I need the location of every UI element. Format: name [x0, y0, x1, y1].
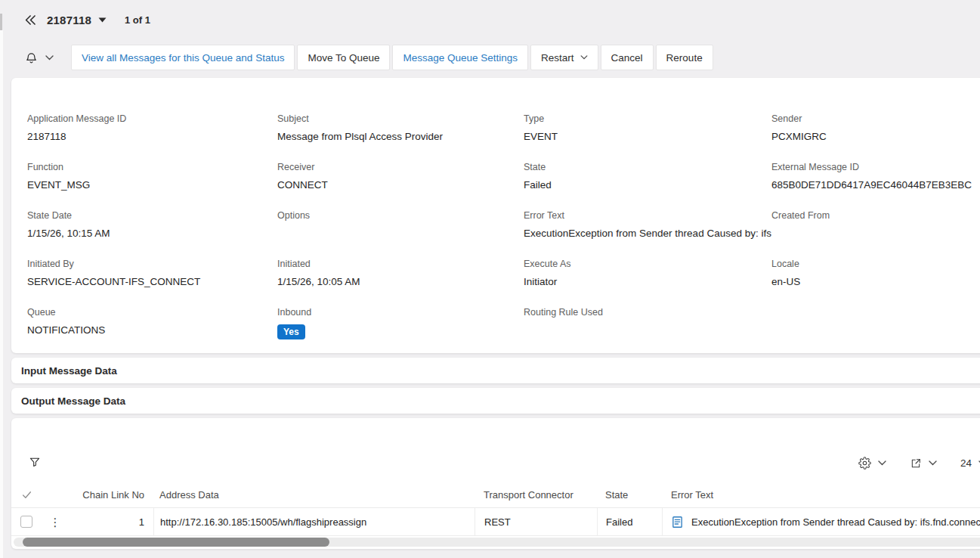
notification-bell-icon[interactable]	[25, 51, 38, 65]
horizontal-scrollbar[interactable]	[14, 538, 980, 547]
cell-state: Failed	[597, 508, 662, 535]
table-header-row: Chain Link No Address Data Transport Con…	[11, 482, 980, 508]
field-sender: Sender PCXMIGRC	[771, 113, 978, 145]
table-row[interactable]: ⋮ 1 http://172.16.30.185:15005/wh/flagsh…	[11, 508, 980, 536]
field-inbound: Inbound Yes	[277, 307, 524, 339]
column-header-address-data[interactable]: Address Data	[153, 489, 475, 501]
message-detail-card: Application Message ID 2187118 Subject M…	[11, 78, 980, 353]
table-settings-gear-icon[interactable]	[858, 457, 871, 470]
field-external-message-id: External Message ID 685B0DE71DD6417A9EC4…	[771, 162, 978, 194]
cancel-button[interactable]: Cancel	[601, 45, 654, 70]
field-subject: Subject Message from Plsql Access Provid…	[277, 113, 524, 145]
field-created-from: Created From	[771, 210, 978, 242]
chain-links-table-card: 24 Chain Link No Address Data Transport …	[11, 418, 980, 549]
row-kebab-menu-icon[interactable]: ⋮	[50, 516, 61, 528]
field-error-text: Error Text ExecutionException from Sende…	[524, 210, 771, 242]
column-header-transport-connector[interactable]: Transport Connector	[475, 489, 597, 501]
filter-icon[interactable]	[29, 456, 41, 469]
row-checkbox[interactable]	[20, 516, 32, 528]
field-locale: Locale en-US	[771, 259, 978, 290]
view-all-messages-button[interactable]: View all Messages for this Queue and Sta…	[71, 45, 295, 70]
export-share-icon[interactable]	[910, 457, 922, 470]
field-execute-as: Execute As Initiator	[524, 259, 771, 290]
horizontal-scrollbar-thumb[interactable]	[23, 538, 329, 547]
select-all-checkmark-icon[interactable]	[22, 491, 32, 499]
field-empty	[771, 307, 978, 339]
field-receiver: Receiver CONNECT	[277, 162, 524, 194]
field-application-message-id: Application Message ID 2187118	[27, 113, 277, 145]
cell-error-text: ExecutionException from Sender thread Ca…	[662, 508, 980, 535]
section-output-message-data[interactable]: Output Message Data	[11, 388, 980, 414]
field-options: Options	[277, 210, 524, 242]
column-header-chain-link-no[interactable]: Chain Link No	[69, 489, 153, 501]
restart-button[interactable]: Restart	[530, 45, 598, 70]
command-toolbar: View all Messages for this Queue and Sta…	[0, 39, 980, 76]
field-routing-rule-used: Routing Rule Used	[524, 307, 771, 339]
inbound-yes-badge: Yes	[277, 324, 305, 339]
field-function: Function EVENT_MSG	[27, 162, 277, 194]
page-header: 2187118 1 of 1	[0, 0, 980, 39]
message-queue-settings-button[interactable]: Message Queue Settings	[392, 45, 528, 70]
cell-transport-connector: REST	[475, 508, 597, 535]
page-size-value[interactable]: 24	[960, 457, 972, 469]
cell-chain-link-no: 1	[69, 508, 153, 535]
column-header-state[interactable]: State	[597, 489, 662, 501]
page-title: 2187118	[47, 14, 91, 26]
field-initiated: Initiated 1/15/26, 10:05 AM	[277, 259, 524, 290]
error-note-icon[interactable]	[672, 516, 683, 529]
field-state: State Failed	[524, 162, 771, 194]
left-edge-strip	[0, 30, 3, 558]
pagination-indicator: 1 of 1	[125, 14, 150, 26]
bell-dropdown-chevron-icon[interactable]	[45, 55, 54, 60]
settings-dropdown-chevron-icon[interactable]	[878, 460, 886, 466]
field-type: Type EVENT	[524, 113, 771, 145]
record-dropdown-caret-icon[interactable]	[98, 17, 107, 23]
field-initiated-by: Initiated By SERVICE-ACCOUNT-IFS_CONNECT	[27, 259, 277, 290]
cell-address-data: http://172.16.30.185:15005/wh/flagshipre…	[153, 508, 475, 535]
back-chevrons-icon[interactable]	[21, 11, 39, 29]
field-queue: Queue NOTIFICATIONS	[27, 307, 277, 339]
move-to-queue-button[interactable]: Move To Queue	[297, 45, 390, 70]
reroute-button[interactable]: Reroute	[656, 45, 713, 70]
column-header-error-text[interactable]: Error Text	[662, 489, 980, 501]
section-input-message-data[interactable]: Input Message Data	[11, 358, 980, 383]
export-dropdown-chevron-icon[interactable]	[929, 460, 937, 466]
restart-dropdown-chevron-icon	[580, 55, 588, 60]
field-state-date: State Date 1/15/26, 10:15 AM	[27, 210, 277, 242]
table-controls: 24	[858, 457, 980, 470]
